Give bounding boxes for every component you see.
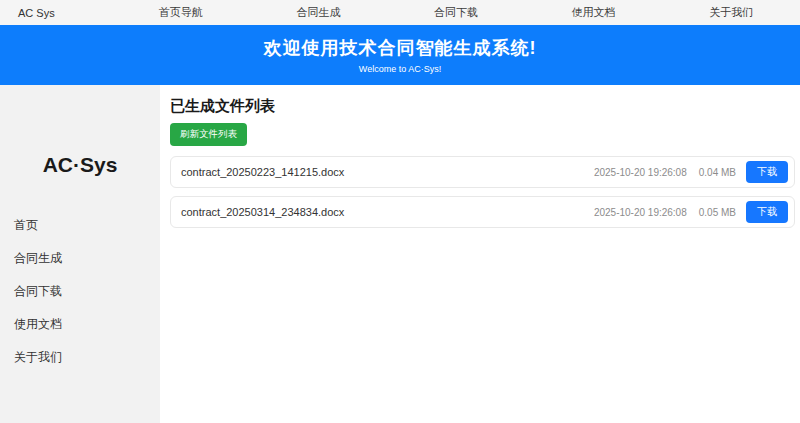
nav-item-about[interactable]: 关于我们	[662, 5, 800, 20]
nav-item-docs[interactable]: 使用文档	[525, 5, 663, 20]
top-navbar: AC Sys 首页导航 合同生成 合同下载 使用文档 关于我们	[0, 0, 800, 25]
file-size: 0.05 MB	[699, 207, 736, 218]
welcome-banner: 欢迎使用技术合同智能生成系统! Welcome to AC·Sys!	[0, 25, 800, 85]
main-content: 已生成文件列表 刷新文件列表 contract_20250223_141215.…	[160, 85, 800, 423]
sidebar-item-generate[interactable]: 合同生成	[0, 242, 160, 275]
banner-title: 欢迎使用技术合同智能生成系统!	[264, 36, 537, 60]
sidebar-item-home[interactable]: 首页	[0, 209, 160, 242]
file-size: 0.04 MB	[699, 167, 736, 178]
nav-item-home[interactable]: 首页导航	[112, 5, 250, 20]
banner-subtitle: Welcome to AC·Sys!	[359, 64, 441, 74]
file-name: contract_20250314_234834.docx	[181, 206, 594, 218]
sidebar-item-about[interactable]: 关于我们	[0, 341, 160, 374]
file-row: contract_20250223_141215.docx 2025-10-20…	[170, 156, 795, 188]
navbar-brand[interactable]: AC Sys	[0, 7, 112, 19]
file-timestamp: 2025-10-20 19:26:08	[594, 167, 687, 178]
download-button[interactable]: 下载	[746, 201, 788, 223]
nav-item-generate[interactable]: 合同生成	[250, 5, 388, 20]
nav-item-download[interactable]: 合同下载	[387, 5, 525, 20]
download-button[interactable]: 下载	[746, 161, 788, 183]
file-timestamp: 2025-10-20 19:26:08	[594, 207, 687, 218]
refresh-file-list-button[interactable]: 刷新文件列表	[170, 123, 247, 146]
content-layout: AC·Sys 首页 合同生成 合同下载 使用文档 关于我们 已生成文件列表 刷新…	[0, 85, 800, 423]
sidebar: AC·Sys 首页 合同生成 合同下载 使用文档 关于我们	[0, 85, 160, 423]
sidebar-item-docs[interactable]: 使用文档	[0, 308, 160, 341]
file-name: contract_20250223_141215.docx	[181, 166, 594, 178]
sidebar-logo: AC·Sys	[0, 153, 160, 177]
file-row: contract_20250314_234834.docx 2025-10-20…	[170, 196, 795, 228]
page-title: 已生成文件列表	[170, 97, 795, 116]
sidebar-item-download[interactable]: 合同下载	[0, 275, 160, 308]
generated-file-list: contract_20250223_141215.docx 2025-10-20…	[170, 156, 795, 228]
sidebar-menu: 首页 合同生成 合同下载 使用文档 关于我们	[0, 209, 160, 374]
